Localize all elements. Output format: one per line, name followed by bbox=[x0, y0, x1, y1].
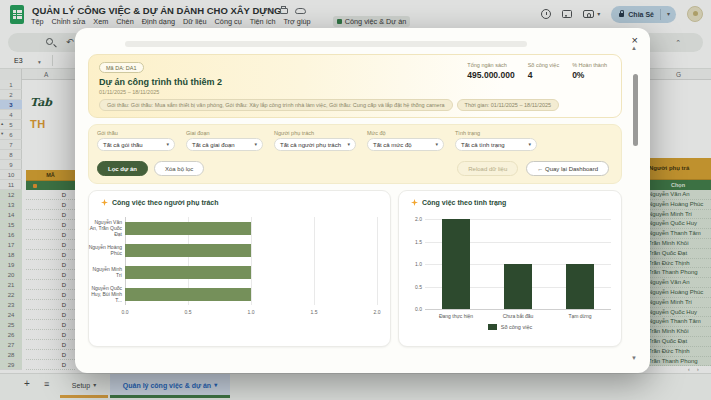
filter-group: Người phụ tráchTất cả người phụ trách▾ bbox=[274, 130, 356, 151]
filter-label: Giai đoạn bbox=[186, 130, 263, 136]
stat-label: Tổng ngân sách bbox=[467, 62, 514, 68]
y-axis-tick: 0.5 bbox=[408, 284, 422, 290]
y-category-label: Nguyễn Văn An, Trần Quốc Đạt bbox=[88, 217, 122, 239]
filter-group: Tình trạngTất cả tình trạng▾ bbox=[455, 130, 537, 151]
filter-select-value: Tất cả người phụ trách bbox=[280, 142, 341, 148]
y-axis-tick: 1.5 bbox=[408, 239, 422, 245]
y-category-label: Nguyễn Quốc Huy, Bùi Minh T... bbox=[88, 283, 122, 305]
stat-value: 4 bbox=[528, 70, 560, 80]
gridline bbox=[377, 217, 378, 305]
chevron-down-icon: ▾ bbox=[254, 142, 257, 147]
filter-select-ng-i-ph-tr-ch[interactable]: Tất cả người phụ trách▾ bbox=[274, 138, 356, 151]
chevron-down-icon: ▾ bbox=[528, 142, 531, 147]
bar-nguy-n-minh-tr- bbox=[125, 266, 251, 279]
star-bullet-icon bbox=[101, 199, 108, 206]
filter-group: Giai đoạnTất cả giai đoạn▾ bbox=[186, 130, 263, 151]
reload-data-button[interactable]: Reload dữ liệu bbox=[457, 161, 518, 176]
clear-filters-button[interactable]: Xóa bộ lọc bbox=[154, 161, 204, 176]
y-axis-tick: 2.0 bbox=[408, 216, 422, 222]
chart2-title: Công việc theo tình trạng bbox=[422, 199, 506, 206]
chevron-down-icon: ▾ bbox=[347, 142, 350, 147]
filter-group: Gói thầuTất cả gói thầu▾ bbox=[97, 130, 175, 151]
filter-label: Người phụ trách bbox=[274, 130, 356, 136]
x-category-label: Tạm dừng bbox=[568, 313, 591, 319]
stat--ho-n-th-nh: % Hoàn thành0% bbox=[572, 62, 607, 80]
x-axis-tick: 2.0 bbox=[374, 309, 381, 315]
chart2-legend: Số công việc bbox=[399, 324, 621, 330]
screen: QUẢN LÝ CÔNG VIỆC & DỰ ÁN DÀNH CHO XÂY D… bbox=[0, 0, 711, 400]
chart-card-assignees: Công việc theo người phụ trách 0.00.51.0… bbox=[88, 190, 391, 347]
chart-card-status: Công việc theo tình trạng 0.00.51.01.52.… bbox=[398, 190, 622, 347]
bar-nguy-n-ho-ng-ph-c bbox=[125, 244, 251, 257]
filter-select-g-i-th-u[interactable]: Tất cả gói thầu▾ bbox=[97, 138, 175, 151]
stat-s-c-ng-vi-c: Số công việc4 bbox=[528, 62, 560, 80]
legend-swatch bbox=[488, 324, 497, 330]
project-tag-1: Gói thầu: Gói thầu: Mua sắm thiết bị văn… bbox=[99, 99, 453, 111]
project-tag-2: Thời gian: 01/11/2025 – 18/11/2025 bbox=[457, 99, 560, 111]
x-category-label: Đang thực hiện bbox=[439, 313, 473, 319]
y-axis-tick: 0.0 bbox=[408, 306, 422, 312]
modal-scroll-down-icon[interactable]: ▼ bbox=[631, 355, 637, 361]
filter-select-value: Tất cả tình trạng bbox=[461, 142, 505, 148]
x-axis-tick: 0.5 bbox=[185, 309, 192, 315]
filter-projects-button[interactable]: Lọc dự án bbox=[97, 161, 148, 176]
filter-select-t-nh-tr-ng[interactable]: Tất cả tình trạng▾ bbox=[455, 138, 537, 151]
star-bullet-icon bbox=[411, 199, 418, 206]
project-header-card: Mã DA: DA1 Dự án công trình thủ thiêm 2 … bbox=[88, 54, 622, 118]
filter-select-giai-o-n[interactable]: Tất cả giai đoạn▾ bbox=[186, 138, 263, 151]
project-date-range: 01/11/2025 – 18/11/2025 bbox=[99, 89, 159, 95]
x-axis-tick: 1.0 bbox=[248, 309, 255, 315]
stat-value: 495.000.000 bbox=[467, 70, 514, 80]
chart1-title-row: Công việc theo người phụ trách bbox=[101, 199, 219, 206]
filter-buttons-right: Reload dữ liệu ← Quay lại Dashboard bbox=[457, 161, 609, 176]
x-axis-tick: 0.0 bbox=[122, 309, 129, 315]
chart2-plot-area: 0.00.51.01.52.0Đang thực hiệnChưa bắt đầ… bbox=[425, 219, 611, 309]
filter-card: Gói thầuTất cả gói thầu▾Giai đoạnTất cả … bbox=[88, 124, 622, 184]
y-axis-tick: 1.0 bbox=[408, 261, 422, 267]
stat-label: % Hoàn thành bbox=[572, 62, 607, 68]
filter-group: Mức độTất cả mức độ▾ bbox=[367, 130, 444, 151]
back-to-dashboard-button[interactable]: ← Quay lại Dashboard bbox=[526, 161, 609, 176]
project-code-badge: Mã DA: DA1 bbox=[99, 62, 144, 73]
filter-label: Gói thầu bbox=[97, 130, 175, 136]
gridline bbox=[425, 309, 611, 310]
stat-t-ng-ng-n-s-ch: Tổng ngân sách495.000.000 bbox=[467, 62, 514, 80]
filter-label: Mức độ bbox=[367, 130, 444, 136]
filter-groups: Gói thầuTất cả gói thầu▾Giai đoạnTất cả … bbox=[97, 130, 537, 151]
filter-select-value: Tất cả mức độ bbox=[373, 142, 412, 148]
modal-scrollbar-thumb[interactable] bbox=[633, 74, 638, 146]
project-tags: Gói thầu: Gói thầu: Mua sắm thiết bị văn… bbox=[99, 99, 559, 111]
scrolled-content-remnant bbox=[125, 41, 527, 47]
modal-scroll-up-icon[interactable]: ▲ bbox=[631, 45, 637, 51]
bar-ch-a-b-t-u bbox=[504, 264, 532, 309]
filter-buttons-left: Lọc dự án Xóa bộ lọc bbox=[97, 161, 204, 176]
legend-label: Số công việc bbox=[501, 324, 533, 330]
bar-nguy-n-qu-c-huy-b-i-minh-t- bbox=[125, 288, 251, 301]
bar--ang-th-c-hi-n bbox=[442, 219, 470, 309]
back-label: Quay lại Dashboard bbox=[545, 166, 598, 172]
y-category-label: Nguyễn Minh Trí bbox=[88, 261, 122, 283]
filter-select-value: Tất cả gói thầu bbox=[103, 142, 143, 148]
filter-select-value: Tất cả giai đoạn bbox=[192, 142, 235, 148]
project-dashboard-modal: × ▲ ▼ Mã DA: DA1 Dự án công trình thủ th… bbox=[75, 28, 650, 373]
chart1-plot-area: 0.00.51.01.52.0Nguyễn Văn An, Trần Quốc … bbox=[125, 217, 377, 305]
bar-nguy-n-v-n-an-tr-n-qu-c-t bbox=[125, 222, 251, 235]
chevron-down-icon: ▾ bbox=[166, 142, 169, 147]
chart1-title: Công việc theo người phụ trách bbox=[112, 199, 219, 206]
bar-t-m-d-ng bbox=[566, 264, 594, 309]
project-title: Dự án công trình thủ thiêm 2 bbox=[99, 77, 222, 87]
chart2-title-row: Công việc theo tình trạng bbox=[411, 199, 506, 206]
y-category-label: Nguyễn Hoàng Phúc bbox=[88, 239, 122, 261]
project-stats: Tổng ngân sách495.000.000Số công việc4% … bbox=[467, 62, 607, 80]
filter-label: Tình trạng bbox=[455, 130, 537, 136]
filter-select-m-c-[interactable]: Tất cả mức độ▾ bbox=[367, 138, 444, 151]
chevron-down-icon: ▾ bbox=[435, 142, 438, 147]
x-category-label: Chưa bắt đầu bbox=[503, 313, 534, 319]
stat-label: Số công việc bbox=[528, 62, 560, 68]
gridline bbox=[314, 217, 315, 305]
left-arrow-icon: ← bbox=[537, 166, 543, 172]
x-axis-tick: 1.5 bbox=[311, 309, 318, 315]
stat-value: 0% bbox=[572, 70, 607, 80]
gridline bbox=[251, 217, 252, 305]
